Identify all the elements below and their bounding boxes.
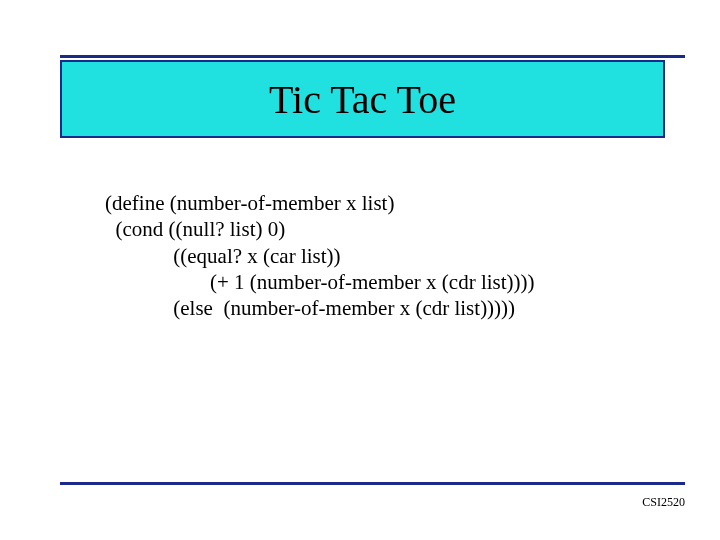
footer-label: CSI2520 [642, 495, 685, 510]
title-box: Tic Tac Toe [60, 60, 665, 138]
slide-title: Tic Tac Toe [269, 76, 456, 123]
top-divider [60, 55, 685, 58]
slide: Tic Tac Toe (define (number-of-member x … [0, 0, 720, 540]
code-block: (define (number-of-member x list) (cond … [105, 190, 535, 321]
bottom-divider [60, 482, 685, 485]
